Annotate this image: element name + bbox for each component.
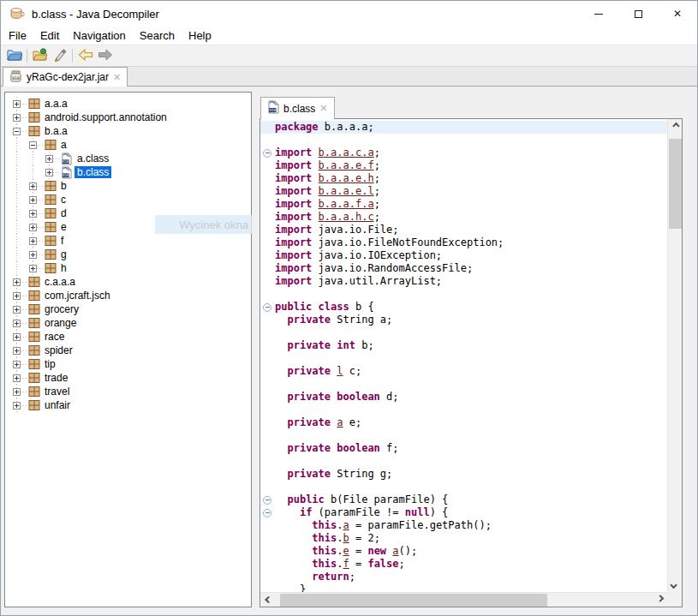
expand-icon[interactable] — [13, 361, 21, 368]
collapse-icon[interactable] — [13, 128, 21, 135]
open-jar-button[interactable] — [30, 47, 50, 65]
code-line: return; — [260, 571, 667, 583]
back-button[interactable] — [75, 47, 95, 65]
expand-icon[interactable] — [13, 333, 21, 341]
gutter — [260, 571, 275, 583]
tree-item-label: g — [58, 248, 69, 260]
tree-guide-line — [16, 179, 17, 193]
scroll-left-arrow[interactable] — [260, 593, 274, 607]
gutter — [260, 481, 275, 493]
gutter — [260, 455, 275, 468]
search-button[interactable] — [50, 47, 69, 65]
expand-icon[interactable] — [13, 100, 21, 108]
toolbar-separator — [27, 49, 27, 63]
tree-item-a-class[interactable]: 010a.class — [5, 152, 251, 165]
expand-icon[interactable] — [29, 251, 37, 259]
tree-item-tip[interactable]: tip — [5, 357, 251, 371]
vertical-scrollbar[interactable] — [667, 119, 682, 592]
tree-guide-line — [37, 186, 45, 187]
horizontal-scroll-thumb[interactable] — [280, 594, 547, 607]
expand-icon[interactable] — [45, 155, 53, 163]
tree-item-f[interactable]: f — [5, 234, 251, 248]
forward-button[interactable] — [95, 47, 115, 65]
code-content[interactable]: package b.a.a.a;import b.a.a.c.a;import … — [260, 121, 667, 592]
tree-item-a-a-a[interactable]: a.a.a — [5, 97, 251, 111]
scrollbar-corner — [667, 592, 682, 607]
tree-item-b-class[interactable]: 010b.class — [5, 165, 251, 179]
tree-item-label: f — [58, 235, 66, 247]
vertical-scroll-thumb[interactable] — [669, 139, 682, 229]
tree-item-b[interactable]: b — [5, 179, 251, 193]
tab-b-class[interactable]: 010 b.class ✕ — [260, 97, 335, 119]
tree-item-unfair[interactable]: unfair — [5, 398, 251, 412]
expand-icon[interactable] — [29, 224, 37, 231]
svg-text:010: 010 — [12, 75, 20, 80]
package-icon — [28, 358, 40, 371]
tree-item-android-support-annotation[interactable]: android.support.annotation — [5, 111, 251, 124]
tree-item-trade[interactable]: trade — [5, 371, 251, 385]
tree-item-g[interactable]: g — [5, 248, 251, 261]
code-line: private String a; — [260, 314, 667, 326]
menu-edit[interactable]: Edit — [33, 27, 66, 44]
fold-collapse-icon[interactable] — [260, 301, 275, 314]
tree-item-c[interactable]: c — [5, 193, 251, 206]
tree-item-c-a-a-a[interactable]: c.a.a.a — [5, 275, 251, 289]
tree-item-spider[interactable]: spider — [5, 344, 251, 357]
code-text: private l c; — [275, 365, 361, 378]
expand-icon[interactable] — [29, 182, 37, 190]
tab-jar[interactable]: 010 yRaGc-dex2jar.jar ✕ — [3, 67, 128, 87]
maximize-button[interactable] — [618, 1, 658, 27]
code-text: import b.a.a.c.a; — [275, 147, 380, 159]
tree-item-label: a.a.a — [42, 98, 70, 110]
tree-item-race[interactable]: race — [5, 330, 251, 344]
expand-icon[interactable] — [29, 237, 37, 245]
expand-icon[interactable] — [45, 169, 53, 176]
tree-item-a[interactable]: a — [5, 138, 251, 152]
expand-icon[interactable] — [13, 278, 21, 286]
tree-item-travel[interactable]: travel — [5, 385, 251, 398]
tree-item-com-jcraft-jsch[interactable]: com.jcraft.jsch — [5, 289, 251, 302]
fold-collapse-icon[interactable] — [260, 147, 275, 159]
close-button[interactable]: ✕ — [658, 1, 697, 27]
code-tab-close-icon[interactable]: ✕ — [319, 104, 327, 113]
coffee-cup-icon — [9, 6, 25, 21]
horizontal-scrollbar[interactable] — [260, 592, 667, 607]
menu-help[interactable]: Help — [182, 27, 218, 44]
chevron-left-icon — [265, 596, 271, 603]
menu-file[interactable]: File — [2, 27, 33, 44]
tree-item-grocery[interactable]: grocery — [5, 302, 251, 316]
collapse-icon[interactable] — [29, 141, 37, 149]
scroll-right-arrow[interactable] — [653, 593, 667, 607]
tree-item-b-a-a[interactable]: b.a.a — [5, 124, 251, 138]
expand-icon[interactable] — [13, 114, 21, 122]
expand-icon[interactable] — [13, 347, 21, 355]
code-text: private int b; — [275, 339, 374, 352]
expand-icon[interactable] — [13, 306, 21, 314]
scroll-up-arrow[interactable] — [668, 119, 682, 133]
menu-search[interactable]: Search — [133, 27, 182, 44]
tree-guide-line — [37, 254, 45, 255]
expand-icon[interactable] — [13, 388, 21, 396]
code-line — [260, 352, 667, 365]
gutter — [260, 262, 275, 275]
jar-tab-close-icon[interactable]: ✕ — [113, 73, 121, 82]
minimize-button[interactable] — [579, 1, 618, 27]
open-file-button[interactable] — [4, 47, 24, 65]
code-text: private boolean d; — [275, 391, 399, 404]
expand-icon[interactable] — [29, 196, 37, 204]
tree-item-h[interactable]: h — [5, 261, 251, 275]
scroll-down-arrow[interactable] — [668, 578, 682, 592]
menu-navigation[interactable]: Navigation — [66, 27, 132, 44]
expand-icon[interactable] — [13, 402, 21, 410]
tree-item-orange[interactable]: orange — [5, 316, 251, 330]
code-line: import b.a.a.e.l; — [260, 185, 667, 198]
fold-collapse-icon[interactable] — [260, 493, 275, 506]
package-icon — [45, 235, 57, 248]
expand-icon[interactable] — [13, 374, 21, 382]
expand-icon[interactable] — [29, 265, 37, 272]
fold-collapse-icon[interactable] — [260, 506, 275, 519]
expand-icon[interactable] — [13, 292, 21, 300]
expand-icon[interactable] — [29, 210, 37, 218]
expand-icon[interactable] — [13, 320, 21, 327]
code-line: import b.a.a.f.a; — [260, 198, 667, 211]
